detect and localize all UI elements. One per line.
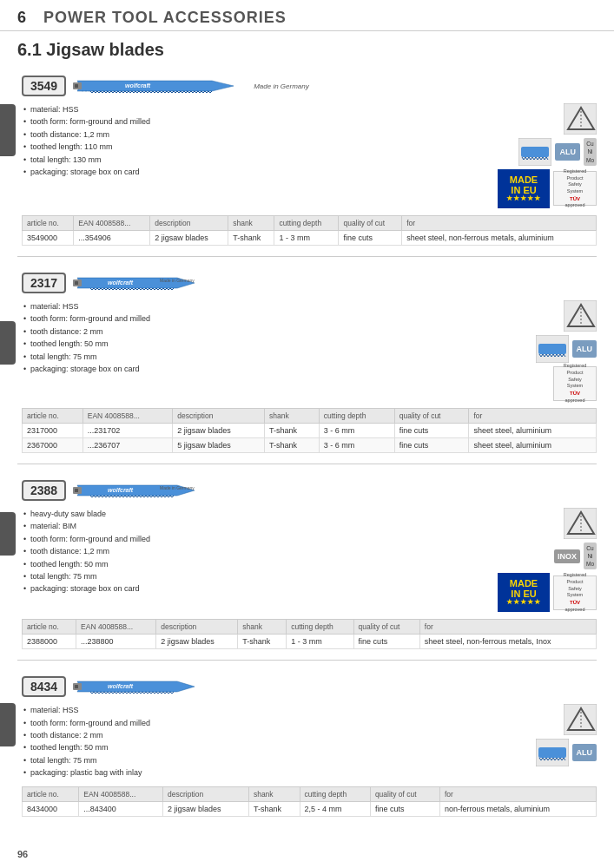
cell-quality: fine cuts [370,801,439,816]
product-8434-specs: material: HSS tooth form: form-ground an… [22,704,484,779]
svg-rect-22 [75,489,78,492]
icons-row-mid-2388: INOX CuNiMo [554,542,597,569]
product-2317-specs: material: HSS tooth form: form-ground an… [22,300,484,401]
product-2317-header: 2317 wolfcraft Made in Germany [22,271,597,295]
product-2317-icons: ALU RegisteredProductSafetySystemTÜVappr… [492,300,597,401]
cell-for: sheet steel, aluminium [469,423,597,437]
product-2388-table: article no. EAN 4008588... description s… [22,619,597,649]
divider-1 [17,256,597,257]
icons-row-top-2317 [564,300,597,332]
col-shank: shank [265,408,320,423]
spec-item: tooth distance: 1,2 mm [22,128,484,141]
svg-rect-9 [521,147,549,157]
blade-image-2388: wolfcraft Made in Germany [73,478,597,503]
cell-for: sheet steel, non-ferrous metals, alumini… [402,230,597,245]
product-2388: 2388 wolfcraft Made in Germany heavy-dut… [0,471,614,653]
icons-row-top-8434 [564,704,597,735]
icons-row-bot-2317: RegisteredProductSafetySystemTÜVapproved [553,366,597,401]
alu-badge-2317: ALU [572,340,597,358]
cell-desc: 2 jigsaw blades [163,801,249,816]
inox-badge: INOX [554,549,580,563]
col-shank: shank [248,786,300,801]
spec-item: total length: 75 mm [22,570,484,582]
cell-shank: T-shank [238,635,287,649]
spec-item: total length: 75 mm [22,351,484,363]
cell-ean: ...238800 [76,635,156,649]
table-row: 2388000 ...238800 2 jigsaw blades T-shan… [23,635,597,649]
cell-ean: ...236707 [83,437,173,452]
product-3549-icons: ALU CuNiMo MADEIN EU★★★★★ RegisteredProd… [492,103,597,208]
spec-item: tooth form: form-ground and milled [22,312,484,325]
blade-detail-icon-2317 [536,335,569,363]
cell-article: 2367000 [23,437,83,452]
eu-wrap-2388: MADEIN EU★★★★★ RegisteredProductSafetySy… [498,573,597,612]
col-depth: cutting depth [274,215,339,230]
cell-ean: ...843400 [79,801,163,816]
blade-detail-icon [518,138,551,166]
svg-marker-28 [77,681,195,692]
cell-depth: 1 - 3 mm [274,230,339,245]
made-in-eu-badge-2388: MADEIN EU★★★★★ [498,573,550,612]
spec-item: material: HSS [22,103,484,115]
cut-angle-icon-2388 [564,508,597,539]
col-article: article no. [23,408,83,423]
cut-angle-icon-2317 [564,300,597,332]
spec-item: tooth form: form-ground and milled [22,717,484,729]
spec-list-8434: material: HSS tooth form: form-ground an… [22,704,484,779]
svg-text:wolfcraft: wolfcraft [108,279,134,286]
svg-text:wolfcraft: wolfcraft [108,683,134,689]
spec-item: toothed length: 50 mm [22,558,484,570]
cell-for: non-ferrous metals, aluminium [439,801,596,816]
product-3549-table: article no. EAN 4008588... description s… [22,215,597,246]
spec-list-2388: heavy-duty saw blade material: BIM tooth… [22,508,484,595]
cell-quality: fine cuts [394,437,469,452]
col-quality: quality of cut [370,786,439,801]
cell-article: 2317000 [23,423,83,437]
cell-ean: ...354906 [74,230,150,245]
product-3549-body: material: HSS tooth form: form-ground an… [22,103,597,208]
col-shank: shank [228,215,274,230]
table-row: 2367000 ...236707 5 jigsaw blades T-shan… [23,437,597,452]
col-article: article no. [23,786,79,801]
spec-item: packaging: plastic bag with inlay [22,766,484,779]
cell-desc: 2 jigsaw blades [173,423,265,437]
cell-article: 8434000 [23,801,79,816]
product-3549-specs: material: HSS tooth form: form-ground an… [22,103,484,208]
product-id-3549: 3549 [22,76,66,96]
page-header: 6 POWER TOOL ACCESSORIES [0,0,614,31]
col-for: for [419,620,596,635]
cell-depth: 3 - 6 mm [319,437,394,452]
col-ean: EAN 4008588... [76,620,156,635]
cell-article: 2388000 [23,635,76,649]
product-2388-header: 2388 wolfcraft Made in Germany [22,478,597,503]
cell-shank: T-shank [248,801,300,816]
svg-rect-3 [75,84,78,88]
product-8434-icons: ALU [492,704,597,779]
product-id-2317: 2317 [22,273,66,293]
spec-item: tooth form: form-ground and milled [22,533,484,545]
col-ean: EAN 4008588... [74,215,150,230]
blade-svg-8434: wolfcraft [73,674,247,699]
blade-image-2317: wolfcraft Made in Germany [73,271,597,295]
icons-row-mid-2317: ALU [536,335,597,363]
col-ean: EAN 4008588... [79,786,163,801]
blade-image-3549: wolfcraft Made in Germany [73,74,597,98]
svg-rect-36 [538,747,566,758]
product-2317-table: article no. EAN 4008588... description s… [22,408,597,453]
cell-desc: 2 jigsaw blades [156,635,238,649]
spec-item: material: HSS [22,300,484,312]
spec-item: tooth distance: 1,2 mm [22,545,484,557]
product-2388-body: heavy-duty saw blade material: BIM tooth… [22,508,597,612]
cut-angle-icon-8434 [564,704,597,735]
blade-svg-3549: wolfcraft [73,74,247,98]
spec-item: tooth form: form-ground and milled [22,115,484,128]
tuv-badge-2317: RegisteredProductSafetySystemTÜVapproved [553,366,597,401]
cell-for: sheet steel, non-ferrous metals, Inox [419,635,596,649]
spec-item: total length: 130 mm [22,154,484,166]
page-footer-number: 96 [17,849,28,859]
spec-item: material: HSS [22,704,484,716]
spec-list-2317: material: HSS tooth form: form-ground an… [22,300,484,375]
icons-row-mid-8434: ALU [536,739,597,766]
product-id-8434: 8434 [22,676,66,697]
icons-row-mid: ALU CuNiMo [518,138,597,166]
